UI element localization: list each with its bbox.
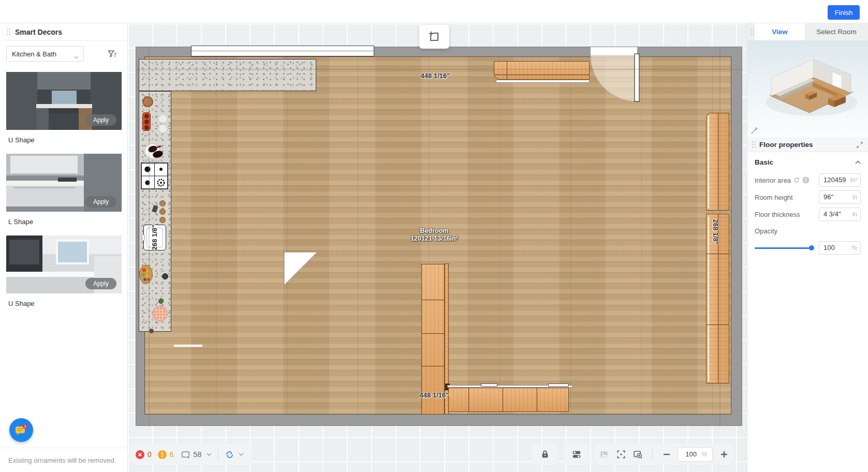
gas-stove[interactable] bbox=[141, 160, 168, 190]
apply-button[interactable]: Apply bbox=[85, 196, 116, 208]
view-tabs: View Select Room bbox=[747, 23, 868, 40]
floor-thickness-label: Floor thickness bbox=[755, 211, 800, 218]
opacity-slider-knob[interactable] bbox=[809, 245, 814, 250]
herb[interactable] bbox=[158, 299, 164, 304]
apply-button[interactable]: Apply bbox=[85, 114, 116, 126]
small-jar[interactable] bbox=[149, 329, 154, 333]
chevron-down-icon[interactable] bbox=[207, 453, 212, 456]
interior-area-row: Interior area 120459 in² bbox=[755, 173, 861, 187]
zoom-region-icon bbox=[632, 449, 643, 460]
floor-properties-title: Floor properties bbox=[759, 141, 813, 149]
food-plate[interactable] bbox=[152, 306, 168, 321]
interior-area-label: Interior area bbox=[755, 176, 810, 184]
room-height-label: Room height bbox=[755, 194, 793, 201]
template-card-u-shape-2[interactable]: Apply U Shape bbox=[6, 235, 121, 313]
basic-section-header[interactable]: Basic bbox=[755, 158, 861, 166]
cabinet-top-right[interactable] bbox=[494, 61, 590, 80]
focus-icon bbox=[616, 449, 626, 460]
zoom-in-button[interactable] bbox=[718, 450, 730, 459]
door-opening bbox=[591, 47, 637, 56]
window-top[interactable] bbox=[191, 46, 374, 56]
status-bar: 0 6 58 bbox=[129, 444, 253, 465]
opacity-label: Opacity bbox=[755, 227, 861, 235]
dimension-left: 268 1/8" bbox=[151, 209, 158, 266]
chat-support-button[interactable] bbox=[9, 418, 33, 442]
toggles-icon bbox=[571, 449, 582, 460]
room-3d-preview[interactable] bbox=[747, 40, 868, 137]
properties-panel: View Select Room Floor properties bbox=[747, 23, 868, 472]
warning-count[interactable]: 6 bbox=[170, 450, 174, 459]
room-area: 120121 13/16in² bbox=[382, 235, 486, 243]
drag-handle-icon[interactable] bbox=[750, 28, 755, 36]
counter-edge-top-right bbox=[496, 80, 590, 83]
template-card-u-shape-1[interactable]: Apply U Shape bbox=[6, 72, 121, 150]
floor-properties-header: Floor properties bbox=[747, 137, 868, 152]
drag-handle-icon[interactable] bbox=[752, 141, 756, 149]
dimension-right: 268 1/8" bbox=[712, 204, 719, 261]
smart-decors-panel: Smart Decors Kitchen & Bath bbox=[0, 23, 128, 472]
cutting-board[interactable] bbox=[142, 96, 153, 107]
filter-button[interactable] bbox=[107, 49, 117, 59]
sync-icon[interactable] bbox=[225, 450, 234, 460]
ornaments-note: Existing ornaments will be removed. bbox=[0, 448, 127, 472]
minus-icon bbox=[663, 450, 671, 459]
zoom-out-button[interactable] bbox=[661, 450, 673, 459]
bread[interactable] bbox=[159, 200, 166, 207]
wine-set[interactable] bbox=[144, 143, 162, 158]
template-list: Apply U Shape Apply L Shape bbox=[0, 67, 127, 313]
category-controls: Kitchen & Bath bbox=[0, 41, 127, 67]
opacity-input[interactable]: 100 % bbox=[819, 241, 861, 255]
template-label: L Shape bbox=[6, 212, 121, 231]
pepper-mill[interactable] bbox=[162, 273, 168, 279]
refresh-icon[interactable] bbox=[793, 177, 800, 183]
warning-icon[interactable] bbox=[158, 450, 167, 459]
serving-tray[interactable] bbox=[142, 112, 151, 131]
fruit-basket[interactable] bbox=[139, 264, 153, 284]
room-3d-render bbox=[756, 47, 864, 132]
add-room-button[interactable] bbox=[419, 25, 449, 49]
tab-view[interactable]: View bbox=[755, 23, 805, 40]
opacity-slider[interactable] bbox=[755, 247, 813, 249]
top-bar: Finish bbox=[0, 0, 868, 23]
pencil-icon[interactable] bbox=[751, 127, 758, 135]
plate[interactable] bbox=[158, 124, 167, 133]
wall-opening-marker bbox=[174, 345, 202, 347]
template-card-l-shape[interactable]: Apply L Shape bbox=[6, 154, 121, 231]
kitchen-counter-top[interactable] bbox=[139, 59, 316, 91]
opacity-slider-row: 100 % bbox=[755, 241, 861, 255]
drag-handle-icon[interactable] bbox=[6, 28, 11, 36]
expand-icon[interactable] bbox=[857, 142, 863, 148]
plate[interactable] bbox=[158, 114, 167, 123]
bread[interactable] bbox=[159, 217, 166, 223]
background-image-button[interactable] bbox=[598, 449, 610, 460]
counter-hardware bbox=[481, 384, 497, 387]
chevron-down-icon[interactable] bbox=[239, 453, 244, 456]
room-name: Bedroom bbox=[382, 227, 486, 235]
error-icon[interactable] bbox=[136, 450, 144, 459]
tab-select-room[interactable]: Select Room bbox=[805, 23, 868, 40]
apply-button[interactable]: Apply bbox=[85, 278, 116, 289]
chevron-up-icon bbox=[855, 160, 861, 164]
display-icon[interactable] bbox=[181, 450, 190, 460]
layers-toggle-button[interactable] bbox=[563, 444, 590, 465]
interior-area-input[interactable]: 120459 in² bbox=[819, 173, 861, 187]
category-select[interactable]: Kitchen & Bath bbox=[6, 46, 84, 62]
lock-button[interactable] bbox=[532, 444, 558, 465]
info-icon[interactable] bbox=[802, 176, 810, 184]
bread[interactable] bbox=[159, 209, 166, 215]
error-count[interactable]: 0 bbox=[148, 450, 152, 459]
zoom-region-button[interactable] bbox=[632, 449, 644, 460]
cabinet-right-upper[interactable] bbox=[706, 113, 729, 211]
fit-view-button[interactable] bbox=[615, 449, 627, 460]
floor-thickness-input[interactable]: 4 3/4" in bbox=[819, 208, 861, 221]
zoom-level-input[interactable]: 100 % bbox=[678, 447, 713, 462]
display-count[interactable]: 58 bbox=[194, 450, 202, 459]
chat-bubble-icon bbox=[13, 423, 29, 437]
finish-button[interactable]: Finish bbox=[828, 5, 860, 20]
image-icon bbox=[599, 449, 609, 460]
room-height-input[interactable]: 96" in bbox=[819, 190, 861, 204]
counter-hardware bbox=[548, 384, 569, 387]
floorplan-canvas[interactable]: 448 1/16" 448 1/16" 268 1/8" 268 1/8" Be… bbox=[128, 23, 747, 472]
dimension-top: 448 1/16" bbox=[384, 72, 487, 80]
zoom-toolbar: 100 % bbox=[594, 444, 734, 465]
